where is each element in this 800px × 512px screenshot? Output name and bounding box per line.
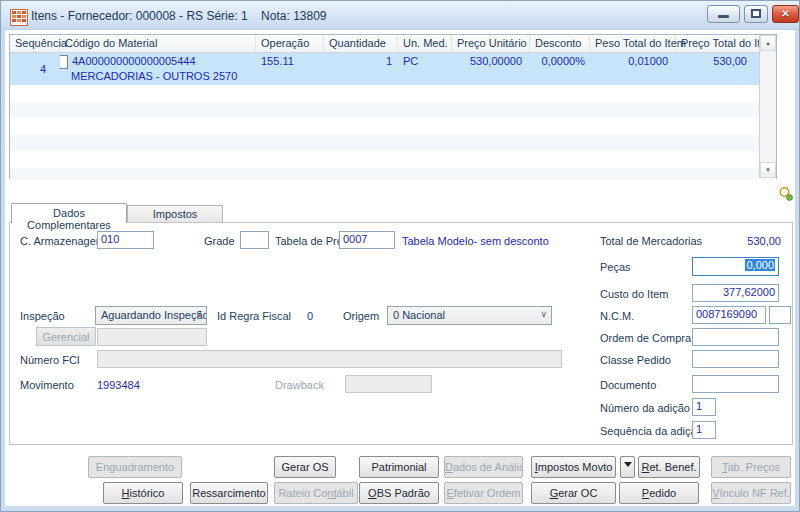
grid-vertical-scrollbar[interactable]: ▲ ▼	[759, 35, 776, 178]
sequencia-adicao-label: Sequência da adição	[600, 425, 703, 437]
numero-adicao-label: Número da adição	[600, 402, 690, 414]
items-grid: Sequência Código do Material Operação Qu…	[9, 34, 777, 179]
cell-quantidade: 1	[324, 53, 398, 85]
cell-codigo: 4A000000000000005444 MERCADORIAS - OUTRO…	[60, 53, 256, 85]
tab-impostos[interactable]: Impostos	[127, 205, 223, 222]
ressarcimento-button[interactable]: Ressarcimento	[190, 482, 268, 504]
minimize-button[interactable]	[707, 5, 740, 23]
vinculo-nf-ref-button: Vínculo NF Ref.	[711, 482, 791, 504]
material-code: 4A000000000000005444	[72, 54, 196, 69]
column-header-desconto[interactable]: Desconto	[530, 35, 590, 52]
magnifier-icon[interactable]	[778, 186, 794, 202]
documento-field[interactable]	[692, 375, 779, 393]
column-header-sequencia[interactable]: Sequência	[10, 35, 60, 52]
origem-label: Origem	[343, 310, 379, 322]
dropdown-arrow-icon	[624, 462, 632, 467]
close-icon: ✕	[781, 8, 789, 19]
id-regra-fiscal-label: Id Regra Fiscal	[217, 310, 291, 322]
movimento-value: 1993484	[97, 379, 140, 391]
ret-benef-button[interactable]: Ret. Benef.	[638, 456, 700, 478]
cell-preco-total: 530,00	[676, 53, 761, 85]
dados-complementares-panel: C. Armazenagem 010 Grade Tabela de Preço…	[9, 222, 793, 445]
inspecao-dropdown[interactable]: Aguardando Inspeção∨	[95, 306, 207, 325]
cell-preco-unitario: 530,00000	[452, 53, 530, 85]
window-title: Itens - Fornecedor: 000008 - RS Série: 1…	[31, 9, 327, 23]
column-header-preco-total[interactable]: Preço Total do Item	[676, 35, 761, 52]
scroll-up-icon[interactable]: ▲	[760, 35, 776, 51]
column-header-peso-total[interactable]: Peso Total do Item	[590, 35, 676, 52]
chevron-down-icon: ∨	[540, 309, 547, 319]
gerencial-button: Gerencial	[36, 327, 96, 346]
tab-dados-complementares[interactable]: Dados Complementares	[11, 203, 127, 223]
impostos-movto-dropdown-button[interactable]	[620, 456, 635, 478]
movimento-label: Movimento	[20, 379, 74, 391]
maximize-icon	[751, 9, 761, 18]
minimize-icon	[718, 15, 729, 18]
ordem-compra-label: Ordem de Compra	[600, 332, 691, 344]
grid-header-row: Sequência Código do Material Operação Qu…	[10, 35, 776, 53]
window-border-left	[1, 30, 5, 508]
gerencial-field	[97, 328, 207, 346]
ncm-extra-field[interactable]	[769, 306, 791, 324]
pecas-selected-text: 0,000	[745, 259, 775, 271]
drawback-field	[345, 375, 432, 393]
grade-label: Grade	[204, 235, 235, 247]
cell-peso-total: 0,01000	[590, 53, 676, 85]
column-header-quantidade[interactable]: Quantidade	[324, 35, 398, 52]
efetivar-ordem-button: Efetivar Ordem	[444, 482, 523, 504]
total-mercadorias-value: 530,00	[612, 235, 781, 247]
tabela-preco-field[interactable]: 0007	[339, 231, 395, 249]
origem-value: 0 Nacional	[393, 309, 445, 321]
enquadramento-button: Enguadramento	[88, 456, 182, 478]
cell-sequencia: 4	[10, 53, 60, 85]
ncm-label: N.C.M.	[600, 310, 634, 322]
cell-desconto: 0,0000%	[530, 53, 590, 85]
items-window: Itens - Fornecedor: 000008 - RS Série: 1…	[0, 0, 800, 512]
c-armazenagem-field[interactable]: 010	[97, 231, 154, 249]
tabela-preco-descricao: Tabela Modelo- sem desconto	[402, 235, 549, 247]
historico-button[interactable]: Histórico	[103, 482, 183, 504]
classe-pedido-field[interactable]	[692, 350, 779, 368]
title-bar[interactable]: Itens - Fornecedor: 000008 - RS Série: 1…	[1, 1, 800, 30]
column-header-operacao[interactable]: Operação	[256, 35, 324, 52]
grid-empty-rows	[10, 85, 776, 180]
tab-precos-button: Tab. Preços	[711, 456, 791, 478]
pecas-field[interactable]: 0,000	[692, 257, 779, 276]
documento-label: Documento	[600, 379, 656, 391]
window-border-right	[795, 30, 799, 508]
classe-pedido-label: Classe Pedido	[600, 354, 671, 366]
inspecao-value: Aguardando Inspeção	[101, 309, 207, 321]
ncm-field[interactable]: 0087169090	[692, 306, 766, 324]
obs-padrao-button[interactable]: OBS Padrão	[359, 482, 439, 504]
id-regra-fiscal-value: 0	[307, 310, 313, 322]
column-header-preco-unitario[interactable]: Preço Unitário	[452, 35, 530, 52]
numero-adicao-field[interactable]: 1	[692, 398, 716, 416]
window-border-bottom	[1, 506, 800, 511]
table-row[interactable]: 4 4A000000000000005444 MERCADORIAS - OUT…	[10, 53, 776, 85]
ordem-compra-field[interactable]	[692, 328, 779, 346]
impostos-movto-button[interactable]: Impostos Movto	[531, 456, 616, 478]
maximize-button[interactable]	[744, 5, 768, 23]
item-checkbox[interactable]	[60, 55, 68, 69]
gerar-oc-button[interactable]: Gerar OC	[531, 482, 616, 504]
origem-dropdown[interactable]: 0 Nacional∨	[387, 306, 552, 325]
numero-fci-label: Número FCI	[20, 354, 80, 366]
drawback-label: Drawback	[275, 379, 324, 391]
rateio-contabil-button: Rateio Contábil	[274, 482, 358, 504]
pecas-label: Peças	[600, 261, 631, 273]
gerar-os-button[interactable]: Gerar OS	[274, 456, 336, 478]
sequencia-adicao-field[interactable]: 1	[692, 421, 716, 439]
close-button[interactable]: ✕	[772, 5, 799, 23]
patrimonial-button[interactable]: Patrimonial	[359, 456, 439, 478]
dados-de-analise-button: Dados de Análise	[444, 456, 523, 478]
pedido-button[interactable]: Pedido	[619, 482, 699, 504]
c-armazenagem-label: C. Armazenagem	[20, 235, 105, 247]
column-header-un-med[interactable]: Un. Med.	[398, 35, 452, 52]
material-description: MERCADORIAS - OUTROS 2570	[60, 69, 256, 84]
custo-item-field[interactable]: 377,62000	[692, 284, 779, 302]
column-header-codigo[interactable]: Código do Material	[60, 35, 256, 52]
grade-field[interactable]	[240, 231, 269, 249]
custo-item-label: Custo do Item	[600, 288, 668, 300]
cell-operacao: 155.11	[256, 53, 324, 85]
scroll-down-icon[interactable]: ▼	[760, 162, 776, 178]
